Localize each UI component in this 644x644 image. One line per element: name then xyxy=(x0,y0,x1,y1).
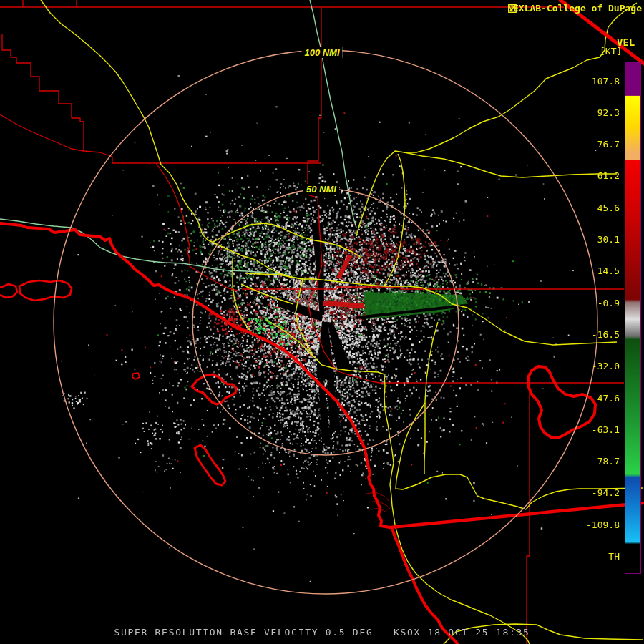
product-caption: SUPER-RESOLUTION BASE VELOCITY 0.5 DEG -… xyxy=(114,627,530,638)
county-line xyxy=(308,7,624,383)
highway xyxy=(41,0,303,279)
highway xyxy=(396,403,526,509)
highways xyxy=(41,0,643,644)
island-outline xyxy=(132,373,140,379)
velocity-colorbar xyxy=(625,62,641,574)
colorbar-tick-label: 45.6 xyxy=(577,203,620,213)
range-ring-label-50: 50 NMI xyxy=(303,184,339,195)
map-overlay xyxy=(0,0,644,644)
colorbar-tick-label: -78.7 xyxy=(577,456,620,467)
colorbar-tick-label: -16.5 xyxy=(577,329,620,340)
range-ring-50nmi xyxy=(192,189,459,455)
range-rings xyxy=(54,50,597,594)
highway xyxy=(384,154,405,286)
colorbar-tick-label: -32.0 xyxy=(577,361,620,371)
county-line xyxy=(0,114,84,151)
brand-text: NEXLAB-College of DuPage xyxy=(507,3,642,14)
colorbar-tick-label: 92.3 xyxy=(577,107,620,118)
radar-display: NEXLAB-College of DuPage VEL [KT] 107.89… xyxy=(0,0,644,644)
colorbar-tick-label: 30.1 xyxy=(577,234,620,245)
county-borders xyxy=(0,0,624,644)
colorbar-tick-label: -0.9 xyxy=(577,298,620,308)
range-ring-label-100: 100 NMI xyxy=(301,47,342,58)
cod-logo-icon[interactable] xyxy=(507,3,518,14)
coastline-group xyxy=(0,0,644,644)
colorbar-tick-label: -47.6 xyxy=(577,393,620,404)
colorbar-tick-label: 107.8 xyxy=(577,76,620,87)
highway xyxy=(267,320,313,356)
colorbar-tick-label: -94.2 xyxy=(577,487,620,498)
colorbar-units: [KT] xyxy=(600,46,622,57)
colorbar-tick-label: 76.7 xyxy=(577,139,620,150)
highway xyxy=(241,284,293,304)
range-ring-100nmi xyxy=(54,50,597,594)
highway xyxy=(233,258,250,331)
county-line xyxy=(242,287,624,289)
county-line xyxy=(2,34,321,163)
colorbar-tick-label: -63.1 xyxy=(577,424,620,435)
colorbar-tick-label: 61.2 xyxy=(577,170,620,181)
island-outline xyxy=(192,374,236,404)
island-outline xyxy=(195,445,225,485)
island-outline xyxy=(19,280,72,301)
county-line xyxy=(156,163,238,291)
highway xyxy=(424,322,438,474)
highway xyxy=(356,3,637,236)
island-outline xyxy=(0,284,17,298)
county-line xyxy=(0,0,564,7)
header-brand: NEXLAB-College of DuPage xyxy=(507,3,642,14)
colorbar-tick-label: -109.8 xyxy=(577,519,620,530)
colorbar-tick-label: 14.5 xyxy=(577,265,620,276)
colorbar-tick-label: TH xyxy=(577,551,620,562)
